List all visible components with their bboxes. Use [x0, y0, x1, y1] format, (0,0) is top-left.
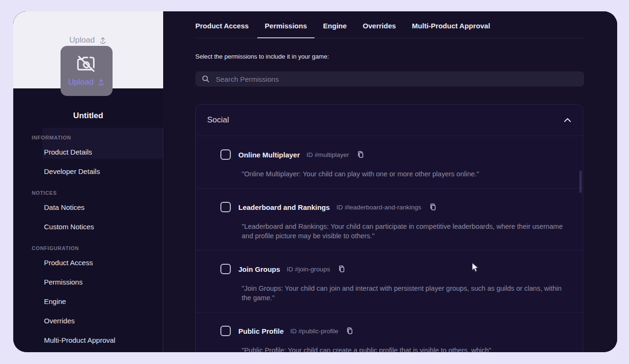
app-card: Upload Upload: [13, 11, 617, 352]
tab-multi-product-approval[interactable]: Multi-Product Approval: [412, 22, 490, 38]
sidebar-section-information: INFORMATION: [13, 133, 163, 142]
permission-description: "Leaderboard and Rankings: Your child ca…: [242, 222, 570, 241]
permissions-list: Online Multiplayer ID #multiplayer "Onli…: [196, 136, 583, 352]
permission-title: Join Groups: [238, 265, 280, 273]
permission-checkbox[interactable]: [220, 326, 231, 336]
permission-title: Leaderboard and Rankings: [238, 203, 330, 211]
permission-id: ID #leaderboard-and-rankings: [336, 204, 421, 211]
chevron-up-icon[interactable]: [564, 118, 571, 122]
sidebar: Upload Upload: [13, 11, 163, 352]
upload-arrow-icon: [97, 78, 105, 86]
upload-arrow-icon: [99, 36, 107, 44]
sidebar-nav: INFORMATIONProduct DetailsDeveloper Deta…: [13, 126, 163, 352]
sidebar-item-developer-details[interactable]: Developer Details: [13, 167, 163, 176]
permission-id: ID #multiplayer: [306, 151, 349, 158]
group-header[interactable]: Social: [196, 104, 583, 136]
permission-description: "Public Profile: Your child can create a…: [242, 346, 570, 352]
permission-description: "Join Groups: Your child can join and in…: [242, 284, 570, 303]
upload-box-label: Upload: [68, 78, 94, 87]
copy-icon[interactable]: [338, 265, 345, 273]
permissions-group-social: Social Online Multiplayer ID #multiplaye…: [195, 104, 583, 352]
main-content: Product AccessPermissionsEngineOverrides…: [163, 11, 617, 352]
page: { "sidebar": { "banner_upload_label": "U…: [0, 0, 629, 364]
permission-description: "Online Multiplayer: Your child can play…: [242, 169, 570, 179]
permission-checkbox[interactable]: [220, 264, 231, 274]
sidebar-section-configuration: CONFIGURATION: [13, 243, 163, 253]
permission-title: Public Profile: [238, 327, 284, 335]
sidebar-item-overrides[interactable]: Overrides: [13, 316, 163, 326]
copy-icon[interactable]: [357, 151, 364, 158]
panel-scrollbar-thumb[interactable]: [579, 171, 582, 193]
search-input[interactable]: [216, 75, 578, 83]
sidebar-item-product-access[interactable]: Product Access: [13, 258, 163, 268]
copy-icon[interactable]: [346, 327, 353, 335]
sidebar-item-data-notices[interactable]: Data Notices: [13, 203, 163, 212]
permission-checkbox[interactable]: [220, 202, 231, 212]
permission-item: Leaderboard and Rankings ID #leaderboard…: [196, 189, 583, 251]
sidebar-section-notices: NOTICES: [13, 188, 163, 198]
banner-upload-label: Upload: [70, 35, 95, 45]
search-bar: [195, 71, 584, 87]
sidebar-item-custom-notices[interactable]: Custom Notices: [13, 222, 163, 232]
product-title: Untitled: [13, 111, 163, 121]
permission-item: Online Multiplayer ID #multiplayer "Onli…: [196, 136, 583, 189]
permission-item: Join Groups ID #join-groups "Join Groups…: [196, 251, 583, 312]
sidebar-item-engine[interactable]: Engine: [13, 297, 163, 306]
tab-overrides[interactable]: Overrides: [363, 22, 396, 38]
permission-title: Online Multiplayer: [238, 151, 300, 159]
permission-checkbox[interactable]: [220, 149, 231, 160]
sidebar-item-permissions[interactable]: Permissions: [13, 277, 163, 287]
permissions-subtitle: Select the permissions to include it in …: [195, 53, 329, 60]
banner-upload-button[interactable]: Upload: [13, 35, 163, 45]
group-title: Social: [207, 115, 229, 125]
tab-product-access[interactable]: Product Access: [195, 22, 249, 38]
permission-id: ID #public-profile: [290, 328, 338, 335]
copy-icon[interactable]: [429, 203, 437, 211]
permission-id: ID #join-groups: [287, 266, 330, 273]
product-image-upload[interactable]: Upload: [61, 46, 113, 96]
tab-engine[interactable]: Engine: [323, 22, 347, 38]
permission-item: Public Profile ID #public-profile "Publi…: [196, 312, 583, 352]
search-icon: [201, 75, 210, 83]
no-photo-icon: [76, 53, 97, 75]
sidebar-item-product-details[interactable]: Product Details: [13, 147, 163, 157]
sidebar-item-multi-product-approval[interactable]: Multi-Product Approval: [13, 336, 163, 345]
tab-permissions[interactable]: Permissions: [265, 22, 307, 38]
tab-bar: Product AccessPermissionsEngineOverrides…: [195, 11, 584, 38]
